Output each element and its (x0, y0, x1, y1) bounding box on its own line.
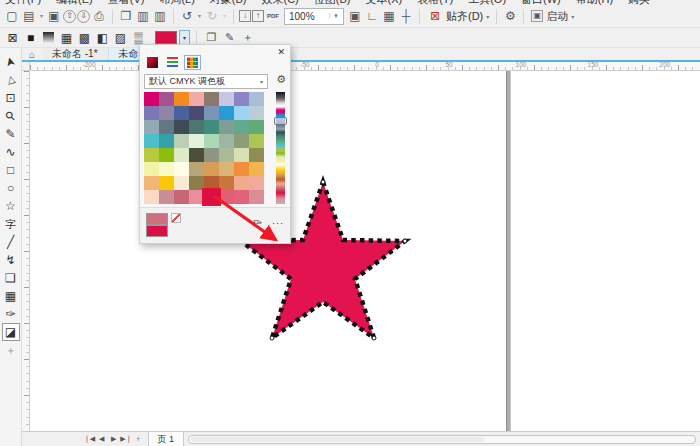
palette-swatch[interactable] (219, 120, 234, 134)
palette-swatch[interactable] (159, 92, 174, 106)
palette-swatch[interactable] (144, 148, 159, 162)
cloud-open-icon[interactable]: ⇧ (63, 10, 76, 23)
ellipse-tool[interactable]: ○ (1, 179, 21, 197)
crop-tool[interactable]: ⊡ (1, 89, 21, 107)
palette-swatch[interactable] (159, 190, 174, 204)
palette-swatch[interactable] (234, 134, 249, 148)
current-color-swatch[interactable] (146, 225, 168, 237)
palette-swatch[interactable] (249, 120, 264, 134)
palette-swatch[interactable] (159, 106, 174, 120)
palette-swatch[interactable] (144, 134, 159, 148)
palette-swatch[interactable] (144, 120, 159, 134)
shape-tool[interactable]: ▷ (1, 71, 21, 89)
palette-swatch[interactable] (234, 120, 249, 134)
tab-untitled-1[interactable]: 未命名 -1* (42, 48, 109, 60)
eyedropper-icon[interactable]: ✑ (252, 215, 263, 229)
palette-swatch[interactable] (159, 162, 174, 176)
dimension-tool[interactable]: ╱ (1, 233, 21, 251)
palette-swatch[interactable] (204, 190, 219, 204)
new-document-icon[interactable]: ▢ (4, 8, 20, 25)
palette-swatch[interactable] (249, 148, 264, 162)
palette-swatch[interactable] (219, 176, 234, 190)
palette-swatch[interactable] (189, 120, 204, 134)
palette-swatch[interactable] (234, 190, 249, 204)
palette-scroll-strip[interactable] (276, 92, 285, 204)
palette-swatch[interactable] (204, 106, 219, 120)
palette-options-gear-icon[interactable]: ⚙ (276, 73, 286, 86)
palette-swatch[interactable] (189, 106, 204, 120)
palette-swatch[interactable] (249, 106, 264, 120)
fill-color-swatch[interactable] (155, 31, 177, 44)
palette-swatch[interactable] (174, 162, 189, 176)
bitmap-pattern-icon[interactable]: ▩ (76, 30, 93, 46)
cloud-save-icon[interactable]: ⇩ (77, 10, 90, 23)
color-sliders-tab[interactable] (164, 55, 181, 70)
palette-swatch[interactable] (234, 162, 249, 176)
palette-swatch[interactable] (144, 176, 159, 190)
palette-swatch[interactable] (144, 162, 159, 176)
polygon-tool[interactable]: ☆ (1, 197, 21, 215)
transparency-tool[interactable]: ▦ (1, 287, 21, 305)
horizontal-scrollbar[interactable] (188, 435, 696, 444)
connector-tool[interactable]: ↯ (1, 251, 21, 269)
open-caret-icon[interactable]: ▾ (38, 8, 45, 25)
color-palettes-tab[interactable] (184, 55, 201, 70)
add-tool-button[interactable]: ＋ (1, 341, 21, 359)
fountain-fill-icon[interactable] (40, 30, 57, 46)
pdf-icon[interactable]: PDF (265, 8, 281, 25)
scrollbar-thumb[interactable] (191, 437, 484, 442)
palette-swatch[interactable] (249, 134, 264, 148)
recent-color-swatch[interactable] (146, 213, 168, 225)
pick-tool[interactable]: ➤ (1, 53, 21, 71)
pattern-fill-icon[interactable]: ▦ (58, 30, 75, 46)
palette-swatch[interactable] (234, 106, 249, 120)
undo-icon[interactable]: ↺ (179, 8, 195, 25)
print-icon[interactable]: ⎙ (91, 8, 107, 25)
palette-swatch[interactable] (219, 190, 234, 204)
palette-swatch[interactable] (204, 134, 219, 148)
vertical-ruler[interactable] (22, 71, 30, 431)
palette-swatch[interactable] (204, 148, 219, 162)
no-color-swatch[interactable] (171, 213, 181, 223)
palette-swatch[interactable] (234, 148, 249, 162)
palette-swatch[interactable] (189, 148, 204, 162)
palette-swatch[interactable] (174, 148, 189, 162)
two-color-pattern-icon[interactable]: ◧ (94, 30, 111, 46)
page-nav-button[interactable]: ▶❘ (120, 433, 131, 446)
palette-swatch[interactable] (189, 190, 204, 204)
palette-swatch[interactable] (159, 148, 174, 162)
palette-swatch[interactable] (234, 92, 249, 106)
color-viewer-tab[interactable] (144, 55, 161, 70)
undo-caret-icon[interactable]: ▾ (196, 8, 203, 25)
palette-swatch[interactable] (219, 162, 234, 176)
palette-swatch[interactable] (174, 190, 189, 204)
interactive-fill-tool[interactable]: ◪ (2, 323, 20, 341)
no-fill-icon[interactable]: ⊠ (4, 30, 21, 46)
save-icon[interactable]: ▣ (46, 8, 62, 25)
page-nav-button[interactable]: ◀ (96, 433, 107, 446)
palette-swatch[interactable] (249, 176, 264, 190)
zoom-tool[interactable]: ⚲ (1, 107, 21, 125)
page-nav-button[interactable]: ❘◀ (84, 433, 95, 446)
drawing-canvas[interactable] (30, 71, 700, 431)
freehand-tool[interactable]: ✎ (1, 125, 21, 143)
open-icon[interactable]: ▤ (21, 8, 37, 25)
palette-swatch[interactable] (204, 176, 219, 190)
texture-fill-icon[interactable]: ▨ (112, 30, 129, 46)
palette-swatch[interactable] (159, 120, 174, 134)
artistic-media-tool[interactable]: ∿ (1, 143, 21, 161)
palette-swatch[interactable] (219, 148, 234, 162)
paste-special-icon[interactable]: ▥ (152, 8, 168, 25)
palette-select[interactable]: 默认 CMYK 调色板 ▾ (144, 74, 268, 89)
rectangle-tool[interactable]: □ (1, 161, 21, 179)
copy-icon[interactable]: ❐ (118, 8, 134, 25)
palette-swatch[interactable] (249, 162, 264, 176)
palette-swatch[interactable] (189, 92, 204, 106)
text-tool[interactable]: 字 (1, 215, 21, 233)
page-tab[interactable]: 页 1 (148, 432, 185, 446)
palette-swatch[interactable] (219, 134, 234, 148)
close-icon[interactable]: ✕ (277, 47, 285, 57)
export-icon[interactable]: ↑ (252, 10, 264, 22)
show-grid-icon[interactable]: ▦ (381, 8, 397, 25)
fullscreen-preview-icon[interactable]: ▣ (347, 8, 363, 25)
